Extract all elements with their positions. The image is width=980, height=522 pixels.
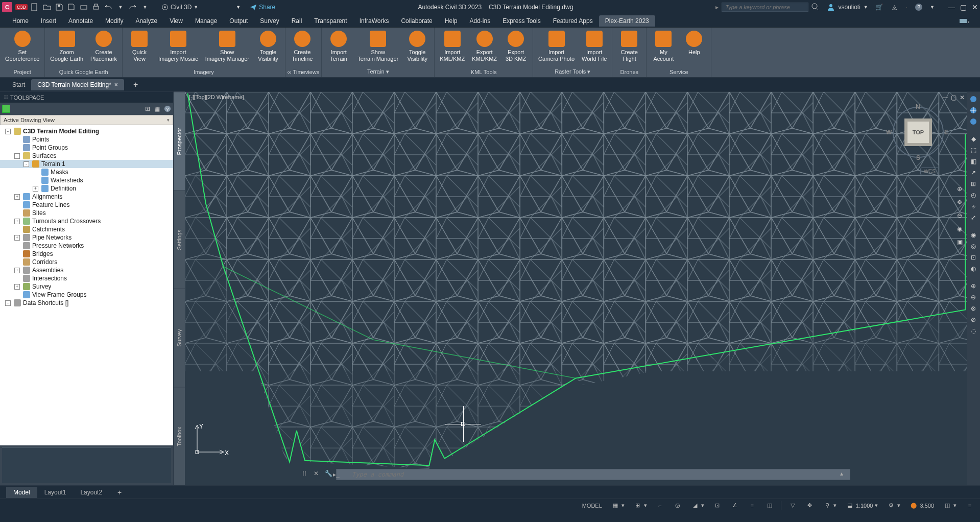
tool-icon[interactable]: ⊞ [968, 179, 978, 189]
drawing-view-select[interactable]: Active Drawing View ▾ [0, 115, 173, 125]
navbar-wheel-icon[interactable]: ⊕ [954, 184, 965, 194]
ribbon-tab-express-tools[interactable]: Express Tools [496, 15, 546, 27]
ribbon-tab-insert[interactable]: Insert [35, 15, 62, 27]
new-icon[interactable] [31, 3, 39, 11]
tree-node[interactable]: Masks [0, 168, 173, 176]
toolspace-tab-survey[interactable]: Survey [174, 289, 185, 387]
ortho-icon[interactable]: ⌐ [654, 501, 666, 511]
ribbon-tab-collaborate[interactable]: Collaborate [395, 15, 438, 27]
layout-tab-layout2[interactable]: Layout2 [73, 487, 109, 498]
ribbon-button-import-imagery-mosaic[interactable]: ImportImagery Mosaic [155, 29, 201, 63]
share-button[interactable]: Share [250, 4, 275, 11]
ribbon-button-create-placemark[interactable]: CreatePlacemark [87, 29, 120, 63]
expand-icon[interactable]: + [33, 186, 38, 192]
app-logo[interactable]: C [2, 2, 12, 12]
tool-icon[interactable]: ⊡ [968, 252, 978, 263]
collapse-icon[interactable]: - [23, 161, 29, 167]
ribbon-button-import-kml-kmz[interactable]: ImportKML/KMZ [437, 29, 468, 63]
tree-node[interactable]: Pressure Networks [0, 242, 173, 250]
tool-icon[interactable]: ⟐ [968, 201, 978, 211]
tool-icon[interactable]: ◉ [968, 230, 978, 240]
qat-dropdown[interactable]: ▼ [236, 5, 241, 10]
save-icon[interactable] [55, 3, 63, 11]
navbar-showmotion-icon[interactable]: ▣ [954, 237, 965, 247]
tree-node[interactable]: Point Groups [0, 144, 173, 152]
ribbon-button-set-georeference[interactable]: SetGeoreference [2, 29, 42, 63]
ribbon-tab-featured-apps[interactable]: Featured Apps [547, 15, 599, 27]
expand-icon[interactable]: + [14, 284, 20, 290]
tool-icon[interactable]: ⤢ [968, 212, 978, 223]
ribbon-tab-survey[interactable]: Survey [254, 15, 285, 27]
ribbon-button-create-flight[interactable]: CreateFlight [614, 29, 644, 63]
tree-node[interactable]: View Frame Groups [0, 291, 173, 299]
viewcube[interactable]: TOP N S E W [890, 104, 946, 160]
collapse-icon[interactable]: ⁝⁝ [4, 94, 8, 101]
toolspace-tab-settings[interactable]: Settings [174, 191, 185, 289]
maximize-icon[interactable]: ▢ [960, 3, 967, 11]
ribbon-button-show-imagery-manager[interactable]: ShowImagery Manager [202, 29, 252, 63]
ribbon-button-import-camera-photo[interactable]: ImportCamera Photo [535, 29, 578, 63]
print-icon[interactable] [92, 3, 100, 11]
scale-button[interactable]: ⬓1:1000 ▾ [844, 501, 880, 511]
units-icon[interactable]: ◫▾ [941, 501, 959, 511]
tool-icon[interactable]: ⬚ [968, 145, 978, 155]
tree-node[interactable]: Watersheds [0, 176, 173, 184]
ribbon-options-icon[interactable] [960, 18, 970, 24]
ribbon-button-zoom-google-earth[interactable]: ZoomGoogle Earth [47, 29, 86, 63]
wcs-indicator[interactable]: WCS [920, 168, 939, 175]
ribbon-button-import-world-file[interactable]: ImportWorld File [579, 29, 610, 63]
help-icon[interactable]: ? [915, 3, 923, 11]
toolspace-tab-prospector[interactable]: Prospector [174, 92, 185, 191]
tool-icon[interactable]: ◌ [968, 326, 978, 336]
user-menu[interactable]: vsoulioti ▼ [827, 3, 868, 11]
tree-node[interactable]: -Terrain 1 [0, 160, 173, 168]
ribbon-button-help[interactable]: Help [679, 29, 709, 57]
lineweight-icon[interactable]: ≡ [746, 501, 758, 511]
osnap-icon[interactable]: ⊡ [711, 501, 724, 511]
tool-icon[interactable]: ◎ [968, 241, 978, 251]
ribbon-tab-annotate[interactable]: Annotate [62, 15, 99, 27]
ribbon-tab-view[interactable]: View [163, 15, 189, 27]
tree-node[interactable]: +Pipe Networks [0, 233, 173, 242]
polar-icon[interactable]: ◶ [672, 501, 684, 511]
grid-icon[interactable]: ▦▾ [609, 501, 627, 511]
tool-icon[interactable]: ⊘ [968, 315, 978, 325]
gear-icon[interactable]: ⚙▾ [885, 501, 902, 511]
tree-node[interactable]: Bridges [0, 250, 173, 258]
tree-node[interactable]: Sites [0, 209, 173, 217]
tree-node[interactable]: +Alignments [0, 193, 173, 201]
tree-node[interactable]: Corridors [0, 258, 173, 266]
expand-icon[interactable]: + [14, 235, 20, 241]
ribbon-tab-modify[interactable]: Modify [99, 15, 129, 27]
ribbon-tab-plex-earth-2023[interactable]: Plex-Earth 2023 [599, 15, 655, 27]
tree-node[interactable]: +Survey [0, 282, 173, 291]
workspace-icon[interactable]: ✥ [804, 501, 816, 511]
cart-icon[interactable]: 🛒 [875, 3, 883, 11]
minimize-icon[interactable]: — [948, 3, 955, 11]
command-input[interactable] [336, 469, 850, 480]
tree-node[interactable]: +Turnouts and Crossovers [0, 217, 173, 225]
tool-icon[interactable]: ⊖ [968, 292, 978, 302]
tree-node[interactable]: Feature Lines [0, 201, 173, 209]
layout-tab-model[interactable]: Model [6, 487, 37, 498]
transparency-icon[interactable]: ◫ [763, 501, 776, 511]
ribbon-button-my-account[interactable]: MyAccount [649, 29, 678, 63]
ribbon-tab-home[interactable]: Home [6, 15, 35, 27]
ribbon-button-quick-view[interactable]: QuickView [125, 29, 154, 63]
tree-node[interactable]: Catchments [0, 225, 173, 233]
viewcube-compass[interactable] [893, 107, 944, 158]
otrack-icon[interactable]: ∠ [729, 501, 741, 511]
document-tab[interactable]: Start [6, 79, 31, 90]
ribbon-button-import-terrain[interactable]: ImportTerrain [324, 29, 353, 63]
undo-icon[interactable] [104, 3, 112, 11]
close-icon[interactable]: ✕ [972, 3, 978, 11]
ribbon-button-toggle-visibility[interactable]: ToggleVisibility [402, 29, 432, 63]
add-document-button[interactable]: + [129, 79, 142, 90]
layout-tab-layout1[interactable]: Layout1 [37, 487, 74, 498]
toolspace-tab-toolbox[interactable]: Toolbox [174, 387, 185, 486]
ribbon-tab-infraworks[interactable]: InfraWorks [353, 15, 395, 27]
isodraft-icon[interactable]: ◢▾ [689, 501, 706, 511]
ribbon-tab-output[interactable]: Output [223, 15, 254, 27]
ribbon-button-export-3d-kmz[interactable]: Export3D KMZ [501, 29, 531, 63]
chevron-down-icon[interactable]: ▼ [141, 3, 149, 11]
